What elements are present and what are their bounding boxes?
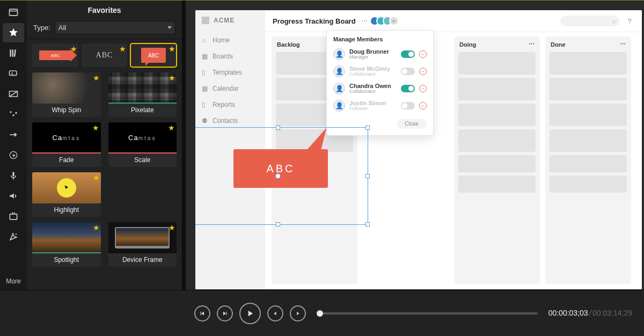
star-icon[interactable]: ★ bbox=[168, 123, 175, 132]
card-placeholder[interactable] bbox=[550, 155, 627, 172]
tool-behaviors[interactable] bbox=[3, 105, 24, 124]
remove-member-icon[interactable]: − bbox=[419, 68, 427, 75]
tool-annotations[interactable]: a bbox=[3, 64, 24, 83]
remove-member-icon[interactable]: − bbox=[419, 102, 427, 109]
preview-canvas[interactable]: ACME ⌂Home ▦Boards ▯Templates ▦Calendar … bbox=[195, 10, 642, 289]
fav-card-scale[interactable]: Camtas★ Scale bbox=[108, 122, 177, 167]
tool-library[interactable] bbox=[3, 43, 24, 63]
fav-text-abc[interactable]: ABC ★ bbox=[82, 43, 128, 67]
prev-clip-button[interactable] bbox=[267, 305, 283, 322]
popup-close-button[interactable]: Close bbox=[397, 119, 427, 129]
card-placeholder[interactable] bbox=[550, 176, 627, 193]
manage-members-popup: Manage Members 👤 Doug BrunnerManager − 👤… bbox=[326, 30, 434, 136]
member-toggle[interactable] bbox=[401, 85, 415, 92]
resize-handle[interactable] bbox=[276, 222, 280, 227]
card-placeholder[interactable] bbox=[458, 78, 536, 100]
resize-handle[interactable] bbox=[365, 174, 370, 178]
tool-interactivity[interactable] bbox=[3, 227, 24, 246]
star-icon[interactable]: ★ bbox=[119, 45, 126, 53]
star-icon[interactable]: ★ bbox=[169, 223, 175, 232]
next-frame-button[interactable] bbox=[217, 305, 233, 322]
svg-rect-18 bbox=[226, 311, 227, 315]
mock-nav-templates[interactable]: ▯Templates bbox=[195, 65, 265, 80]
star-icon[interactable]: ★ bbox=[169, 74, 175, 82]
column-menu-icon[interactable]: ⋯ bbox=[620, 41, 626, 48]
mock-help[interactable]: ? bbox=[625, 17, 634, 25]
mock-nav-home[interactable]: ⌂Home bbox=[195, 33, 265, 48]
callout-annotation[interactable]: ABC bbox=[233, 149, 328, 188]
file-icon: ▯ bbox=[202, 101, 208, 108]
rotate-handle[interactable] bbox=[275, 173, 281, 179]
tool-transitions[interactable] bbox=[3, 84, 24, 104]
callout-selection[interactable]: ABC bbox=[195, 127, 368, 225]
star-icon[interactable]: ★ bbox=[93, 223, 100, 232]
card-placeholder[interactable] bbox=[458, 155, 536, 172]
mock-nav-boards[interactable]: ▦Boards bbox=[195, 49, 265, 64]
mock-brand: ACME bbox=[195, 10, 265, 31]
tool-voice[interactable] bbox=[3, 166, 24, 185]
fav-card-fade[interactable]: Camtas★ Fade bbox=[32, 122, 101, 167]
star-icon[interactable]: ★ bbox=[93, 173, 100, 182]
tool-visual-effects[interactable] bbox=[3, 207, 24, 226]
remove-member-icon[interactable]: − bbox=[419, 50, 427, 58]
play-button[interactable] bbox=[239, 303, 261, 324]
avatar-icon: 👤 bbox=[333, 83, 345, 94]
timecode: 00:00:03;03/00:03:14;29 bbox=[548, 309, 632, 318]
remove-member-icon[interactable]: − bbox=[419, 85, 427, 92]
avatar-icon: 👤 bbox=[333, 48, 345, 60]
board-menu-icon[interactable]: ⋯ bbox=[361, 17, 368, 25]
tool-audio-effects[interactable] bbox=[3, 186, 24, 206]
type-select[interactable]: All bbox=[55, 21, 175, 34]
fav-speech-callout[interactable]: ABC ★ bbox=[130, 43, 177, 67]
fav-card-device-frame[interactable]: ★ Device Frame bbox=[108, 222, 177, 267]
scrub-knob[interactable] bbox=[317, 310, 323, 317]
card-placeholder[interactable] bbox=[458, 176, 536, 193]
tool-more[interactable]: More bbox=[6, 273, 20, 290]
fav-label: Spotlight bbox=[32, 253, 101, 267]
playback-bar: 00:00:03;03/00:03:14;29 bbox=[0, 290, 644, 336]
mock-nav-reports[interactable]: ▯Reports bbox=[195, 97, 265, 112]
tool-favorites[interactable] bbox=[3, 23, 24, 42]
next-clip-button[interactable] bbox=[290, 305, 306, 322]
prev-frame-button[interactable] bbox=[194, 305, 210, 322]
mock-nav-calendar[interactable]: ▦Calendar bbox=[195, 81, 265, 96]
column-menu-icon[interactable]: ⋯ bbox=[529, 41, 535, 48]
svg-rect-4 bbox=[14, 49, 16, 57]
favorites-panel: Favorites Type: All ABC ★ ABC ★ ABC bbox=[27, 1, 182, 290]
card-placeholder[interactable] bbox=[550, 129, 627, 152]
mock-nav-contacts[interactable]: ⚉Contacts bbox=[195, 113, 265, 128]
card-placeholder[interactable] bbox=[458, 129, 536, 152]
fav-card-highlight[interactable]: ★ Highlight bbox=[32, 172, 101, 217]
resize-handle[interactable] bbox=[365, 126, 370, 130]
tool-cursor-effects[interactable] bbox=[3, 145, 24, 165]
tool-animations[interactable] bbox=[3, 125, 24, 144]
resize-handle[interactable] bbox=[276, 126, 280, 130]
member-toggle[interactable] bbox=[401, 102, 415, 109]
member-toggle[interactable] bbox=[401, 68, 415, 75]
star-icon[interactable]: ★ bbox=[70, 45, 77, 53]
column-doing: Doing⋯ bbox=[454, 36, 540, 284]
card-placeholder[interactable] bbox=[550, 104, 627, 126]
card-placeholder[interactable] bbox=[550, 78, 627, 100]
fav-arrow-callout[interactable]: ABC ★ bbox=[32, 43, 78, 67]
fav-card-pixelate[interactable]: ★ Pixelate bbox=[108, 72, 177, 117]
card-placeholder[interactable] bbox=[550, 52, 627, 75]
board-avatars[interactable]: + bbox=[373, 16, 399, 26]
callout-icon: ABC bbox=[141, 48, 166, 63]
member-row: 👤 Justin SimonFollower − bbox=[327, 97, 433, 114]
mock-search[interactable]: ⌕ bbox=[560, 16, 619, 26]
card-placeholder[interactable] bbox=[458, 104, 536, 126]
star-icon[interactable]: ★ bbox=[93, 74, 100, 82]
tool-media-bin[interactable] bbox=[3, 3, 24, 22]
member-toggle[interactable] bbox=[401, 50, 415, 58]
fav-card-whip-spin[interactable]: ★ Whip Spin bbox=[32, 72, 101, 117]
resize-handle[interactable] bbox=[365, 222, 370, 227]
fav-card-spotlight[interactable]: ★ Spotlight bbox=[32, 222, 101, 267]
scrub-bar[interactable] bbox=[317, 312, 538, 315]
card-placeholder[interactable] bbox=[458, 52, 536, 75]
chevron-down-icon bbox=[167, 26, 172, 29]
star-icon[interactable]: ★ bbox=[169, 45, 175, 53]
avatar-icon: 👤 bbox=[333, 65, 345, 77]
star-icon[interactable]: ★ bbox=[92, 123, 100, 132]
fav-label: Fade bbox=[32, 154, 101, 167]
